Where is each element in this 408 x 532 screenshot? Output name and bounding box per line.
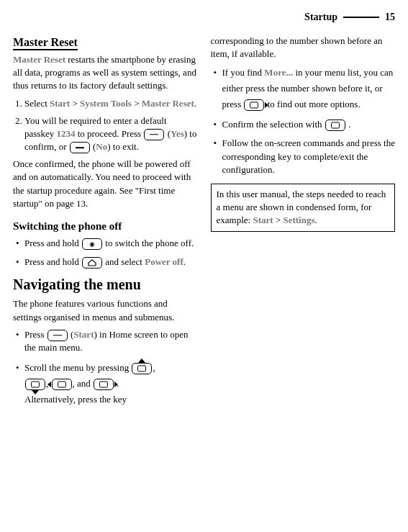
list-item: If you find More... in your menu list, y… (212, 65, 396, 112)
power-key-icon (82, 238, 102, 250)
list-item: Press and hold to switch the phone off. (14, 237, 198, 250)
section-title: Startup (304, 10, 337, 24)
right-list: If you find More... in your menu list, y… (211, 65, 396, 176)
list-item: Press and hold and select Power off. (14, 256, 198, 269)
nav-menu-intro: The phone features various functions and… (13, 297, 198, 323)
nav-down-icon (25, 379, 45, 390)
list-item: Scroll the menu by pressing , , , and . … (14, 360, 198, 407)
list-item: Follow the on-screen commands and press … (212, 137, 396, 176)
softkey-icon (47, 330, 68, 341)
header-divider (343, 17, 379, 18)
master-reset-outro: Once confirmed, the phone will be powere… (13, 158, 198, 210)
nav-menu-list: Press (Start) in Home screen to open the… (13, 328, 198, 408)
home-key-icon (82, 257, 102, 269)
master-reset-steps: Select Start > System Tools > Master Res… (13, 97, 198, 154)
left-column: Master Reset Master Reset restarts the s… (13, 35, 198, 414)
list-item: Press (Start) in Home screen to open the… (14, 328, 198, 354)
switch-off-heading: Switching the phone off (13, 219, 198, 234)
nav-right-icon (94, 379, 114, 390)
master-reset-intro: Master Reset restarts the smartphone by … (13, 53, 198, 93)
softkey-icon (144, 129, 164, 140)
page-number: 15 (385, 10, 395, 24)
nav-left-icon (52, 379, 72, 390)
note-box: In this user manual, the steps needed to… (211, 184, 396, 232)
switch-off-list: Press and hold to switch the phone off. … (13, 237, 198, 269)
nav-up-icon (132, 363, 152, 374)
continuation-text: corresponding to the number shown before… (211, 35, 396, 60)
step-1: Select Start > System Tools > Master Res… (24, 97, 198, 110)
content-columns: Master Reset Master Reset restarts the s… (13, 35, 395, 414)
page-header: Startup 15 (13, 10, 395, 26)
nav-menu-heading: Navigating the menu (13, 274, 198, 294)
softkey-icon (70, 142, 90, 153)
nav-right-icon (244, 99, 264, 111)
right-column: corresponding to the number shown before… (211, 35, 396, 414)
step-2: You will be required to enter a default … (24, 114, 198, 154)
list-item: Confirm the selection with . (212, 118, 396, 131)
master-reset-heading: Master Reset (13, 35, 198, 50)
center-key-icon (325, 120, 345, 131)
